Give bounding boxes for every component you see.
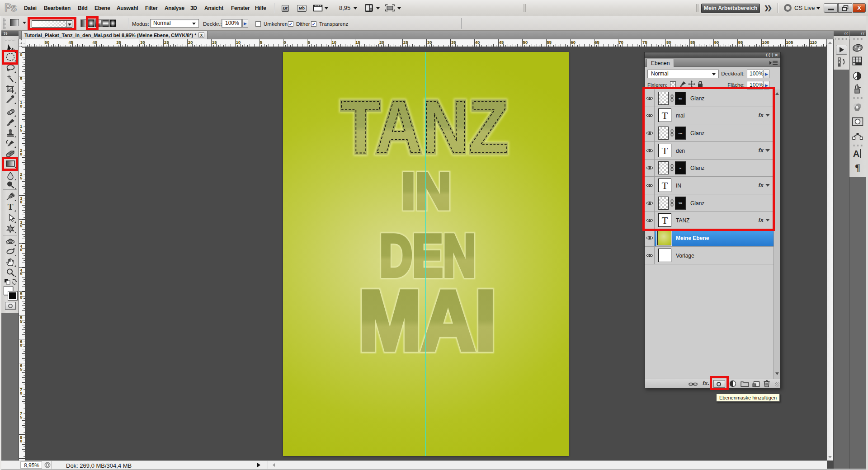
svg-text:TANZ: TANZ — [341, 85, 508, 169]
svg-text:IN: IN — [401, 162, 451, 220]
svg-text:¶: ¶ — [855, 162, 860, 173]
svg-text:T: T — [8, 202, 14, 212]
svg-text:MAI: MAI — [359, 273, 496, 368]
svg-text:A: A — [853, 149, 859, 159]
